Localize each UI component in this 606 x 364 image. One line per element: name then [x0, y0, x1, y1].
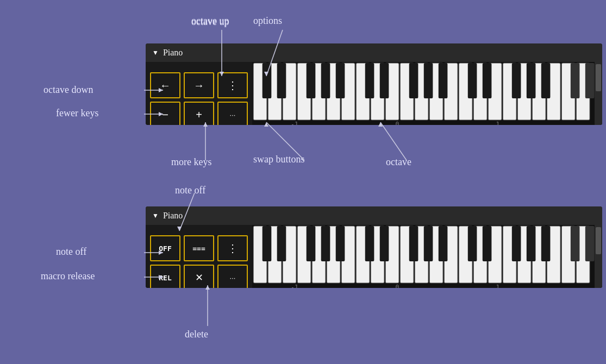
svg-rect-71 — [321, 226, 330, 261]
svg-rect-78 — [468, 226, 477, 261]
octave-up-label-text: octave up — [191, 15, 229, 27]
svg-line-100 — [380, 122, 407, 160]
piano-controls-1: ← → ⋮ − + ··· — [146, 62, 252, 125]
svg-rect-72 — [336, 226, 345, 261]
piano-titlebar-2: ▼ Piano — [146, 206, 602, 225]
svg-rect-40 — [585, 63, 595, 98]
piano-title-2: Piano — [163, 211, 183, 221]
swap-buttons-button[interactable]: ··· — [217, 102, 248, 125]
svg-text:1: 1 — [496, 284, 499, 288]
svg-rect-31 — [409, 63, 418, 98]
macro-release-button[interactable]: REL — [150, 265, 180, 288]
swap-buttons-label-text: swap buttons — [253, 154, 305, 165]
svg-rect-76 — [424, 226, 433, 261]
svg-rect-82 — [541, 226, 551, 261]
swap-buttons-button-2[interactable]: ··· — [217, 265, 248, 288]
svg-rect-25 — [277, 63, 286, 98]
svg-text:-1: -1 — [291, 121, 298, 125]
piano-scrollbar-2[interactable] — [595, 225, 602, 288]
octave-up-button[interactable]: → — [184, 72, 214, 98]
svg-rect-26 — [307, 63, 316, 98]
svg-rect-32 — [424, 63, 433, 98]
options-button-2[interactable]: ⋮ — [217, 235, 248, 261]
sustain-button[interactable]: === — [184, 235, 214, 261]
piano-scrollbar-1[interactable] — [595, 62, 602, 125]
button-row-1a: ← → ⋮ — [150, 72, 248, 98]
piano-widget-1: ▼ Piano ← → ⋮ − + ··· — [146, 43, 602, 125]
svg-rect-28 — [336, 63, 345, 98]
svg-rect-27 — [321, 63, 330, 98]
svg-rect-35 — [483, 63, 492, 98]
button-row-1b: − + ··· — [150, 102, 248, 125]
svg-text:0: 0 — [396, 121, 399, 125]
piano-controls-2: OFF === ⋮ REL ✕ ··· — [146, 225, 252, 288]
octave-label-text: octave — [386, 156, 411, 168]
more-keys-button[interactable]: + — [184, 102, 214, 125]
svg-rect-83 — [571, 226, 580, 261]
svg-rect-77 — [439, 226, 448, 261]
octave-down-button[interactable]: ← — [150, 72, 180, 98]
svg-rect-29 — [365, 63, 374, 98]
delete-label: delete — [185, 329, 208, 340]
piano-widget-2: ▼ Piano OFF === ⋮ REL ✕ ··· — [146, 206, 602, 288]
svg-rect-80 — [512, 226, 521, 261]
svg-rect-84 — [585, 226, 595, 261]
svg-rect-39 — [571, 63, 580, 98]
svg-rect-37 — [527, 63, 536, 98]
macro-release-label: macro release — [41, 271, 95, 282]
piano-titlebar-1: ▼ Piano — [146, 43, 602, 62]
svg-text:-1: -1 — [291, 284, 298, 288]
svg-rect-75 — [409, 226, 418, 261]
note-off-label: note off — [56, 246, 86, 258]
note-off-button[interactable]: OFF — [150, 235, 180, 261]
scrollbar-thumb-1 — [596, 64, 601, 91]
svg-rect-24 — [263, 63, 272, 98]
svg-text:0: 0 — [396, 284, 399, 288]
svg-rect-79 — [483, 226, 492, 261]
piano-keys-section-2: -1 0 1 — [252, 225, 602, 288]
octave-down-label-text: octave down — [43, 84, 93, 96]
svg-rect-30 — [380, 63, 389, 98]
options-button[interactable]: ⋮ — [217, 72, 248, 98]
fewer-keys-label-text: fewer keys — [56, 108, 98, 119]
svg-rect-70 — [307, 226, 316, 261]
svg-text:1: 1 — [496, 121, 499, 125]
button-row-2b: REL ✕ ··· — [150, 265, 248, 288]
svg-rect-34 — [468, 63, 477, 98]
piano-keys-svg-1: -1 0 1 — [252, 62, 602, 125]
piano-keys-svg-2: -1 0 1 — [252, 225, 602, 288]
svg-rect-33 — [439, 63, 448, 98]
collapse-triangle-1[interactable]: ▼ — [152, 49, 159, 57]
more-keys-label-text: more keys — [171, 156, 211, 168]
svg-rect-38 — [541, 63, 551, 98]
svg-rect-74 — [380, 226, 389, 261]
piano-title-1: Piano — [163, 48, 183, 58]
note-off-top-label: note off — [175, 185, 205, 196]
scrollbar-thumb-2 — [596, 227, 601, 254]
delete-button[interactable]: ✕ — [184, 265, 214, 288]
svg-rect-81 — [527, 226, 536, 261]
svg-rect-73 — [365, 226, 374, 261]
piano-row-1: ← → ⋮ − + ··· — [146, 62, 602, 125]
collapse-triangle-2[interactable]: ▼ — [152, 212, 159, 220]
options-label-text: options — [253, 15, 282, 27]
piano-keys-section-1: -1 0 1 — [252, 62, 602, 125]
piano-row-2: OFF === ⋮ REL ✕ ··· — [146, 225, 602, 288]
fewer-keys-button[interactable]: − — [150, 102, 180, 125]
svg-rect-68 — [263, 226, 272, 261]
svg-rect-69 — [277, 226, 286, 261]
button-row-2a: OFF === ⋮ — [150, 235, 248, 261]
svg-rect-36 — [512, 63, 521, 98]
